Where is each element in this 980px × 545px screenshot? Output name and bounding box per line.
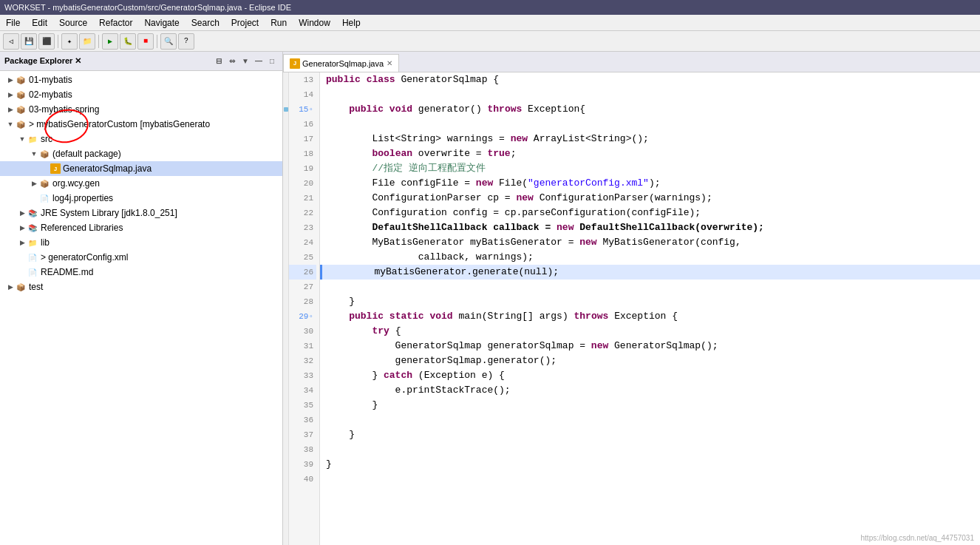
toolbar-sep1 [58,35,58,48]
line-num-30: 30 [289,324,316,339]
code-line-15: public void generator() throws Exception… [320,102,980,117]
panel-icon-menu[interactable]: ▼ [239,55,251,67]
label-test: test [29,282,43,292]
line-num-39: 39 [289,457,316,472]
menu-help[interactable]: Help [336,15,367,30]
tree-item-readme[interactable]: 📄 README.md [0,265,282,280]
toolbar-open[interactable]: 📁 [79,33,95,50]
gutter-17 [283,132,288,146]
panel-header-icons: ⊟ ⇔ ▼ — □ [213,55,278,67]
code-line-28: } [320,294,980,309]
panel-icon-min[interactable]: — [253,55,265,67]
expander-default-pkg[interactable]: ▼ [30,149,38,158]
toolbar-stop[interactable]: ■ [137,33,154,50]
toolbar-run[interactable]: ▶ [102,33,118,50]
line-num-25: 25 [289,250,316,265]
expander-test[interactable]: ▶ [6,282,15,291]
line-num-37: 37 [289,427,316,442]
expander-referenced-libs[interactable]: ▶ [18,223,27,232]
toolbar-sep3 [157,35,157,48]
line-num-31: 31 [289,339,316,353]
line-num-34: 34 [289,383,316,398]
toolbar-save2[interactable]: ⬛ [38,33,55,50]
menu-source[interactable]: Source [53,15,93,30]
expander-lib[interactable]: ▶ [18,238,27,247]
java-tab-icon: J [290,58,300,69]
code-line-19: //指定 逆向工程配置文件 [320,161,980,176]
menu-window[interactable]: Window [293,15,336,30]
menu-file[interactable]: File [0,15,26,30]
menu-refactor[interactable]: Refactor [93,15,138,30]
tab-close-btn[interactable]: ✕ [387,59,392,67]
line-num-21: 21 [289,191,316,206]
tree-item-mybatisgeneratorcustom[interactable]: ▼ 📦 > mybatisGeneratorCustom [mybatisGen… [0,117,282,132]
label-log4j: log4j.properties [52,193,113,203]
tab-generatorsqlmap[interactable]: J GeneratorSqlmap.java ✕ [283,54,399,72]
panel-icon-collapse-all[interactable]: ⊟ [213,55,225,67]
code-line-39: } [320,457,980,472]
menu-project[interactable]: Project [225,15,265,30]
line-num-19: 19 [289,161,316,176]
menu-navigate[interactable]: Navigate [138,15,185,30]
panel-header: Package Explorer ✕ ⊟ ⇔ ▼ — □ [0,52,282,71]
lib-icon-referenced: 📚 [27,222,38,234]
tree-item-org-wcy-gen[interactable]: ▶ 📦 org.wcy.gen [0,176,282,191]
editor-tabs: J GeneratorSqlmap.java ✕ [283,52,980,72]
panel-title: Package Explorer ✕ [4,56,81,66]
gutter-16 [283,117,288,132]
code-line-31: GeneratorSqlmap generatorSqlmap = new Ge… [320,339,980,353]
toolbar-search[interactable]: 🔍 [160,33,177,50]
tree-item-03-mybatis-spring[interactable]: ▶ 📦 03-mybatis-spring [0,102,282,117]
tree-item-lib[interactable]: ▶ 📁 lib [0,235,282,250]
gutter-15 [283,102,288,117]
line-num-32: 32 [289,353,316,368]
toolbar-back[interactable]: ◁ [3,33,19,50]
label-mybatisgeneratorcustom: > mybatisGeneratorCustom [mybatisGenerat… [29,119,210,129]
menu-search[interactable]: Search [186,15,225,30]
code-line-13: public class GeneratorSqlmap { [320,72,980,87]
expander-custom[interactable]: ▼ [6,120,15,129]
tree-item-generatorconfig[interactable]: 📄 > generatorConfig.xml [0,250,282,265]
label-02-mybatis: 02-mybatis [29,89,72,100]
line-num-14: 14 [289,87,316,102]
toolbar-help[interactable]: ? [178,33,194,50]
code-content[interactable]: public class GeneratorSqlmap { public vo… [320,72,980,545]
project-icon-custom: 📦 [15,118,27,130]
toolbar-save[interactable]: 💾 [21,33,37,50]
line-num-17: 17 [289,132,316,146]
title-bar: WORKSET - mybatisGeneratorCustom/src/Gen… [0,0,980,15]
tree-item-log4j[interactable]: 📄 log4j.properties [0,191,282,206]
menu-edit[interactable]: Edit [26,15,53,30]
project-icon-03: 📦 [15,104,27,115]
tree-item-jre[interactable]: ▶ 📚 JRE System Library [jdk1.8.0_251] [0,206,282,220]
expander-jre[interactable]: ▶ [18,209,27,217]
gutter-19 [283,161,288,176]
expander-org-wcy-gen[interactable]: ▶ [30,179,38,188]
tree-item-01-mybatis[interactable]: ▶ 📦 01-mybatis [0,72,282,87]
toolbar-new[interactable]: ✦ [61,33,78,50]
expander-01-mybatis[interactable]: ▶ [6,75,15,84]
main-layout: Package Explorer ✕ ⊟ ⇔ ▼ — □ ▶ 📦 01-myba… [0,52,980,545]
line-num-18: 18 [289,146,316,161]
expander-03[interactable]: ▶ [6,105,15,114]
menu-run[interactable]: Run [265,15,293,30]
code-line-35: } [320,398,980,413]
folder-icon-src: 📁 [27,133,38,145]
tree-item-default-package[interactable]: ▼ 📦 (default package) [0,146,282,161]
tree-item-src[interactable]: ▼ 📁 src [0,132,282,146]
label-src: src [41,134,52,144]
expander-src[interactable]: ▼ [18,135,27,143]
package-explorer: Package Explorer ✕ ⊟ ⇔ ▼ — □ ▶ 📦 01-myba… [0,52,283,545]
code-line-18: boolean overwrite = true; [320,146,980,161]
tree-item-referenced-libraries[interactable]: ▶ 📚 Referenced Libraries [0,220,282,235]
panel-icon-link[interactable]: ⇔ [226,55,238,67]
tree-item-generatorsqlmap[interactable]: J GeneratorSqlmap.java [0,161,282,176]
code-editor[interactable]: 13 14 15◦ 16 17 18 19 20 21 22 23 24 25 … [283,72,980,545]
panel-icon-max[interactable]: □ [266,55,278,67]
tree-item-02-mybatis[interactable]: ▶ 📦 02-mybatis [0,87,282,102]
expander-02-mybatis[interactable]: ▶ [6,90,15,99]
label-lib: lib [41,237,50,248]
tab-filename: GeneratorSqlmap.java [302,59,384,68]
tree-item-test[interactable]: ▶ 📦 test [0,280,282,294]
toolbar-debug[interactable]: 🐛 [120,33,136,50]
